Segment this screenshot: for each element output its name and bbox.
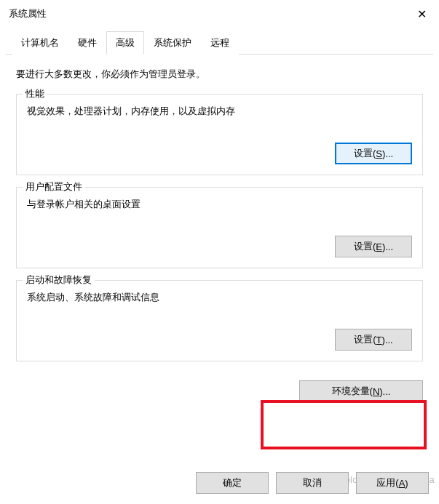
tab-advanced[interactable]: 高级 [106,31,144,55]
user-profiles-settings-button[interactable]: 设置(E)... [335,236,412,257]
admin-instruction: 要进行大多数更改，你必须作为管理员登录。 [16,68,423,81]
dialog-footer: 确定 取消 应用(A) [196,472,429,494]
startup-recovery-group: 启动和故障恢复 系统启动、系统故障和调试信息 设置(T)... [16,280,423,361]
tab-computer-name[interactable]: 计算机名 [12,31,68,55]
close-icon[interactable]: ✕ [413,5,430,23]
tab-remote[interactable]: 远程 [201,31,239,55]
titlebar: 系统属性 ✕ [0,0,439,26]
ok-button[interactable]: 确定 [196,472,269,494]
environment-variables-button[interactable]: 环境变量(N)... [299,380,423,402]
performance-settings-button[interactable]: 设置(S)... [335,143,412,164]
user-profiles-group: 用户配置文件 与登录帐户相关的桌面设置 设置(E)... [16,187,423,268]
performance-title: 性能 [23,87,47,100]
highlight-annotation [261,400,427,449]
performance-group: 性能 视觉效果，处理器计划，内存使用，以及虚拟内存 设置(S)... [16,94,423,175]
performance-desc: 视觉效果，处理器计划，内存使用，以及虚拟内存 [27,105,412,118]
apply-button[interactable]: 应用(A) [356,472,429,494]
tab-system-protection[interactable]: 系统保护 [144,31,201,55]
startup-recovery-title: 启动和故障恢复 [23,273,95,287]
startup-recovery-desc: 系统启动、系统故障和调试信息 [27,291,412,304]
user-profiles-desc: 与登录帐户相关的桌面设置 [27,198,412,211]
startup-recovery-settings-button[interactable]: 设置(T)... [335,329,412,351]
content-area: 要进行大多数更改，你必须作为管理员登录。 性能 视觉效果，处理器计划，内存使用，… [0,55,439,361]
window-title: 系统属性 [9,7,47,20]
user-profiles-title: 用户配置文件 [23,180,85,193]
env-var-row: 环境变量(N)... [0,373,439,402]
cancel-button[interactable]: 取消 [276,472,349,494]
tab-hardware[interactable]: 硬件 [68,31,106,55]
tab-strip: 计算机名 硬件 高级 系统保护 远程 [6,31,433,55]
